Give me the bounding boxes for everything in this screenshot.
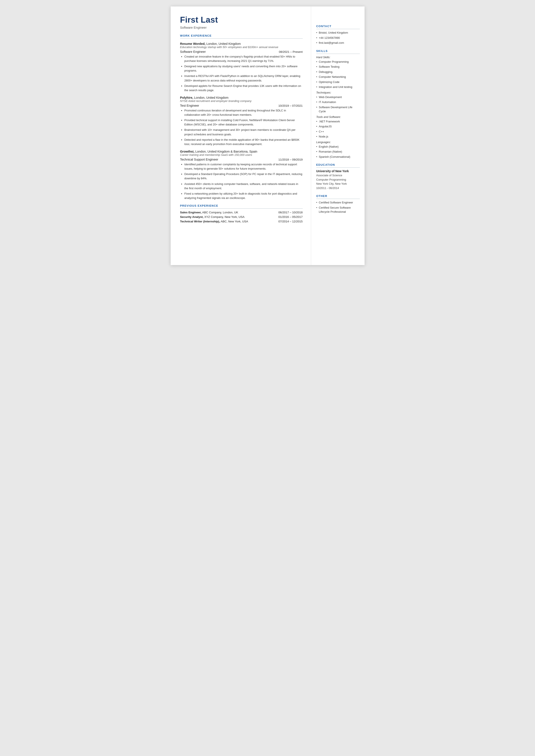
bullet-3-3: Fixed a networking problem by utilizing … (184, 192, 303, 200)
other-item-1: Certified Secure Software Lifecycle Prof… (316, 206, 360, 214)
edu-school: University of New York (316, 169, 360, 173)
employer-tagline-1: Education technology startup with 50+ em… (180, 45, 303, 49)
tool-0: .NET Framework (316, 119, 360, 124)
role-title-1: Software Engineer (180, 50, 206, 53)
resume-wrapper: First Last Software Engineer WORK EXPERI… (171, 7, 365, 265)
role-row-2: Test Engineer 10/2019 – 07/2021 (180, 104, 303, 107)
employer-block-3: Growthsi, London, United Kingdom & Barce… (180, 150, 303, 200)
languages-list: English (Native) Romanian (Native) Spani… (316, 145, 360, 159)
role-row-1: Software Engineer 08/2021 – Present (180, 50, 303, 53)
role-dates-3: 11/2018 – 09/2019 (278, 158, 303, 161)
prev-role-rest-0: ABC Company, London, UK (202, 211, 238, 214)
sidebar: CONTACT Bristol, United Kingdom +44 1234… (311, 7, 365, 265)
employer-tagline-2: NYSE-listed recruitment and employer bra… (180, 99, 303, 102)
language-0: English (Native) (316, 145, 360, 149)
prev-role-rest-1: XYZ Company, New York, USA (204, 215, 244, 218)
hard-skill-4: Optimizing Code (316, 80, 360, 84)
role-title-3: Technical Support Engineer (180, 158, 218, 161)
bullet-1-3: Developed applets for Resume Search Engi… (184, 84, 303, 93)
employer-rest-2: London, United Kingdom (193, 96, 229, 99)
other-heading: OTHER (316, 194, 360, 199)
role-title-2: Test Engineer (180, 104, 199, 107)
previous-experience-heading: PREVIOUS EXPERIENCE (180, 204, 303, 209)
contact-item-1: +44 1234567890 (316, 36, 360, 40)
edu-field: Computer Programming (316, 178, 360, 182)
role-dates-1: 08/2021 – Present (279, 50, 302, 53)
employer-block-1: Resume Worded, London, United Kingdom Ed… (180, 42, 303, 93)
bullet-list-3: Identified patterns in customer complain… (182, 162, 303, 200)
employer-name-3: Growthsi, London, United Kingdom & Barce… (180, 150, 303, 153)
skills-section: SKILLS Hard Skills: Computer Programming… (316, 49, 360, 159)
contact-item-0: Bristol, United Kingdom (316, 31, 360, 35)
edu-location: New York City, New York (316, 182, 360, 186)
hard-skills-list: Computer Programming Software Testing De… (316, 60, 360, 89)
prev-exp-left-1: Security Analyst, XYZ Company, New York,… (180, 215, 244, 218)
employer-bold-3: Growthsi, (180, 150, 195, 153)
prev-role-bold-0: Sales Engineer, (180, 211, 202, 214)
prev-role-bold-1: Security Analyst, (180, 215, 204, 218)
technique-1: IT Automation (316, 100, 360, 104)
prev-exp-row-0: Sales Engineer, ABC Company, London, UK … (180, 211, 303, 214)
prev-exp-row-1: Security Analyst, XYZ Company, New York,… (180, 215, 303, 218)
bullet-3-1: Developed a Standard Operating Procedure… (184, 172, 303, 181)
other-item-0: Certified Software Engineer (316, 200, 360, 205)
education-heading: EDUCATION (316, 163, 360, 168)
role-dates-2: 10/2019 – 07/2021 (278, 104, 303, 107)
skills-heading: SKILLS (316, 49, 360, 54)
employer-rest-1: London, United Kingdom (206, 42, 241, 45)
tool-1: AngularJS (316, 124, 360, 129)
hard-skill-1: Software Testing (316, 65, 360, 69)
employer-name-1: Resume Worded, London, United Kingdom (180, 42, 303, 45)
hard-skill-0: Computer Programming (316, 60, 360, 64)
prev-exp-dates-2: 07/2014 – 12/2015 (278, 220, 303, 223)
edu-degree: Associate of Science (316, 173, 360, 178)
bullet-1-0: Created an innovative feature in the com… (184, 55, 303, 63)
bullet-list-1: Created an innovative feature in the com… (182, 55, 303, 93)
prev-exp-dates-0: 06/2017 – 10/2018 (278, 211, 303, 214)
bullet-2-2: Brainstormed with 10+ management and 30+… (184, 128, 303, 136)
contact-list: Bristol, United Kingdom +44 1234567890 f… (316, 31, 360, 45)
bullet-2-1: Provided technical support in installing… (184, 118, 303, 127)
education-section: EDUCATION University of New York Associa… (316, 163, 360, 190)
techniques-list: Web Development IT Automation Software D… (316, 95, 360, 114)
other-section: OTHER Certified Software Engineer Certif… (316, 194, 360, 214)
prev-exp-dates-1: 01/2016 – 05/2017 (278, 215, 303, 218)
techniques-label: Techniques: (316, 91, 360, 94)
bullet-1-2: Invented a RESTful API with Flask/Python… (184, 74, 303, 83)
contact-section: CONTACT Bristol, United Kingdom +44 1234… (316, 25, 360, 45)
contact-item-2: first.last@gmail.com (316, 41, 360, 45)
employer-tagline-3: Career training and membership SaaS with… (180, 153, 303, 156)
tool-3: Node.js (316, 134, 360, 139)
employer-name-2: Polyhire, London, United Kingdom (180, 96, 303, 99)
bullet-list-2: Promoted continuous iteration of develop… (182, 108, 303, 146)
hard-skill-5: Integration and Unit testing (316, 85, 360, 89)
bullet-2-0: Promoted continuous iteration of develop… (184, 108, 303, 117)
name-block: First Last Software Engineer (180, 15, 303, 29)
bullet-1-1: Designed new applications by studying us… (184, 64, 303, 73)
hard-skills-label: Hard Skills: (316, 56, 360, 59)
employer-block-2: Polyhire, London, United Kingdom NYSE-li… (180, 96, 303, 146)
tools-label: Tools and Software: (316, 115, 360, 119)
tools-list: .NET Framework AngularJS C++ Node.js (316, 119, 360, 139)
prev-role-rest-2: ABC, New York, USA (220, 220, 248, 223)
prev-role-bold-2: Technical Writer (Internship), (180, 220, 220, 223)
previous-experience-section: PREVIOUS EXPERIENCE Sales Engineer, ABC … (180, 204, 303, 223)
hard-skill-2: Debugging. (316, 70, 360, 74)
bullet-2-3: Detected and reported a flaw in the mobi… (184, 138, 303, 146)
tool-2: C++ (316, 129, 360, 134)
employer-bold-2: Polyhire, (180, 96, 193, 99)
employer-rest-3: London, United Kingdom & Barcelona, Spai… (194, 150, 257, 153)
role-row-3: Technical Support Engineer 11/2018 – 09/… (180, 158, 303, 161)
technique-0: Web Development (316, 95, 360, 99)
work-experience-heading: WORK EXPERIENCE (180, 34, 303, 39)
bullet-3-0: Identified patterns in customer complain… (184, 162, 303, 171)
employer-bold-1: Resume Worded, (180, 42, 206, 45)
prev-exp-left-2: Technical Writer (Internship), ABC, New … (180, 220, 248, 223)
languages-label: Languages: (316, 141, 360, 144)
technique-2: Software Development Life Cycle (316, 105, 360, 114)
hard-skill-3: Computer Networking (316, 75, 360, 79)
candidate-title: Software Engineer (180, 26, 303, 29)
candidate-name: First Last (180, 15, 303, 25)
main-column: First Last Software Engineer WORK EXPERI… (171, 7, 311, 265)
prev-exp-left-0: Sales Engineer, ABC Company, London, UK (180, 211, 238, 214)
